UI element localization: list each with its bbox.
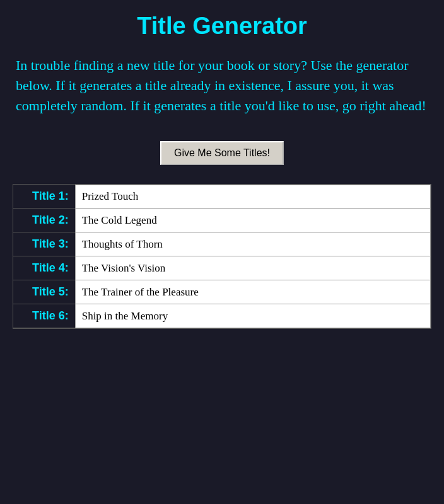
table-row: Title 6:Ship in the Memory <box>13 304 431 328</box>
title-label-5: Title 5: <box>13 280 75 304</box>
table-row: Title 3:Thoughts of Thorn <box>13 232 431 256</box>
titles-table: Title 1:Prized TouchTitle 2:The Cold Leg… <box>13 185 431 329</box>
title-label-1: Title 1: <box>13 185 75 209</box>
title-value-6: Ship in the Memory <box>75 304 430 328</box>
title-value-5: The Trainer of the Pleasure <box>75 280 430 304</box>
table-row: Title 1:Prized Touch <box>13 185 431 209</box>
generate-button[interactable]: Give Me Some Titles! <box>160 141 284 165</box>
title-value-1: Prized Touch <box>75 185 430 209</box>
title-label-4: Title 4: <box>13 256 75 280</box>
table-row: Title 4:The Vision's Vision <box>13 256 431 280</box>
page-wrapper: Title Generator In trouble finding a new… <box>0 0 444 504</box>
table-row: Title 5:The Trainer of the Pleasure <box>13 280 431 304</box>
description-text: In trouble finding a new title for your … <box>13 49 431 135</box>
title-value-4: The Vision's Vision <box>75 256 430 280</box>
button-container: Give Me Some Titles! <box>13 135 431 181</box>
page-title: Title Generator <box>13 6 431 49</box>
title-value-3: Thoughts of Thorn <box>75 232 430 256</box>
table-row: Title 2:The Cold Legend <box>13 209 431 232</box>
title-label-2: Title 2: <box>13 209 75 232</box>
title-label-6: Title 6: <box>13 304 75 328</box>
title-label-3: Title 3: <box>13 232 75 256</box>
titles-section: Title 1:Prized TouchTitle 2:The Cold Leg… <box>13 184 431 329</box>
title-value-2: The Cold Legend <box>75 209 430 232</box>
